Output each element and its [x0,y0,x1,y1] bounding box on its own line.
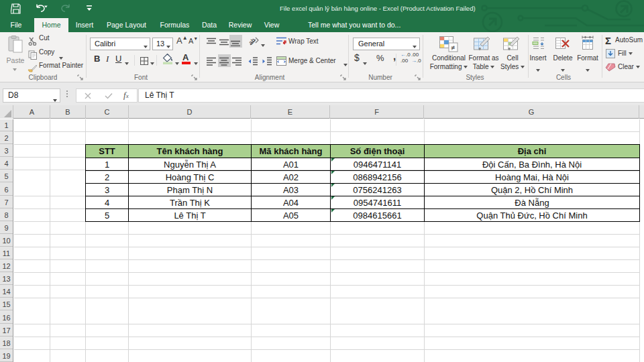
svg-text:ab: ab [249,37,257,46]
svg-text:≠: ≠ [451,44,455,52]
